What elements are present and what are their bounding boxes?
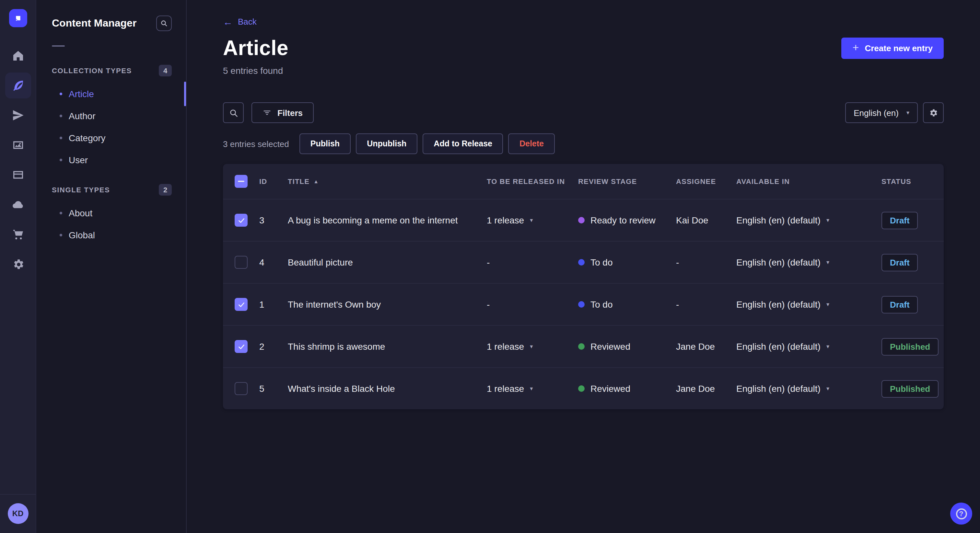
bullet-icon (60, 136, 62, 139)
avatar[interactable]: KD (8, 503, 28, 524)
sidebar-item-about[interactable]: About (36, 202, 186, 224)
chevron-down-icon[interactable]: ▾ (530, 385, 533, 392)
table-row[interactable]: 1The internet's Own boy-To do-English (e… (223, 283, 944, 325)
row-checkbox[interactable] (235, 214, 248, 227)
rail-item-settings-gear-icon[interactable] (5, 251, 31, 277)
row-checkbox[interactable] (235, 256, 248, 269)
unpublish-button[interactable]: Unpublish (356, 133, 417, 154)
cell-available-in: English (en) (default)▾ (736, 215, 881, 225)
back-link[interactable]: ← Back (223, 17, 257, 27)
help-question-icon: ? (956, 508, 967, 519)
cell-status: Published (881, 380, 944, 397)
rail-item-deploy-cloud-icon[interactable] (5, 192, 31, 217)
column-header-to-be-released-in[interactable]: TO BE RELEASED IN (487, 178, 578, 185)
locale-value: English (en) (default) (736, 257, 821, 268)
plus-icon: + (853, 41, 859, 54)
rail-item-content-type-builder-layout-icon[interactable] (5, 162, 31, 188)
cell-title: A bug is becoming a meme on the internet (288, 215, 487, 225)
cell-review-stage: Ready to review (578, 215, 676, 225)
row-checkbox[interactable] (235, 340, 248, 353)
create-new-entry-button[interactable]: + Create new entry (842, 38, 944, 59)
chevron-down-icon[interactable]: ▾ (826, 301, 829, 307)
stage-label: Ready to review (590, 215, 655, 225)
arrow-left-icon: ← (223, 17, 233, 27)
sidebar-item-category[interactable]: Category (36, 127, 186, 149)
cell-available-in: English (en) (default)▾ (736, 257, 881, 268)
rail-item-marketplace-cart-icon[interactable] (5, 222, 31, 247)
home-icon (11, 49, 24, 62)
view-settings-button[interactable] (923, 102, 944, 123)
delete-button[interactable]: Delete (509, 133, 555, 154)
cell-available-in: English (en) (default)▾ (736, 383, 881, 394)
chevron-down-icon[interactable]: ▾ (826, 259, 829, 265)
subnav-section-header: COLLECTION TYPES4 (36, 56, 186, 80)
column-label: TITLE (288, 178, 310, 185)
chevron-down-icon[interactable]: ▾ (826, 385, 829, 392)
column-header-available-in[interactable]: AVAILABLE IN (736, 178, 881, 185)
rail-item-releases-paper-plane-icon[interactable] (5, 102, 31, 128)
sidebar-item-article[interactable]: Article (36, 83, 186, 105)
publish-button[interactable]: Publish (299, 133, 351, 154)
column-header-title[interactable]: TITLE▲ (288, 178, 487, 185)
release-value: - (487, 257, 490, 268)
stage-dot-icon (578, 385, 585, 392)
stage-dot-icon (578, 301, 585, 308)
sidebar-item-label: About (69, 208, 92, 218)
sort-asc-icon: ▲ (313, 178, 319, 184)
locale-value: English (en) (default) (736, 299, 821, 309)
locale-select[interactable]: English (en) ▾ (845, 102, 918, 123)
release-value: 1 release (487, 215, 524, 225)
locale-value: English (en) (854, 108, 899, 117)
rail-item-media-library-images-icon[interactable] (5, 132, 31, 158)
table-row[interactable]: 3A bug is becoming a meme on the interne… (223, 199, 944, 241)
rail-item-home-icon[interactable] (5, 43, 31, 69)
stage-dot-icon (578, 217, 585, 224)
cell-id: 5 (259, 383, 288, 394)
table-header-row: IDTITLE▲TO BE RELEASED INREVIEW STAGEASS… (223, 164, 944, 199)
column-label: REVIEW STAGE (578, 178, 637, 185)
subnav-section-header: SINGLE TYPES2 (36, 175, 186, 200)
status-badge: Draft (881, 254, 918, 271)
column-header-status[interactable]: STATUS (881, 178, 944, 185)
cell-status: Draft (881, 296, 944, 313)
table-row[interactable]: 2This shrimp is awesome1 release▾Reviewe… (223, 325, 944, 367)
search-button[interactable] (223, 102, 244, 123)
row-checkbox[interactable] (235, 382, 248, 395)
section-count-badge: 2 (159, 184, 172, 195)
active-item-indicator (184, 82, 186, 106)
sidebar-item-author[interactable]: Author (36, 105, 186, 127)
rail-item-content-manager-feather-icon[interactable] (5, 73, 31, 98)
add-to-release-button[interactable]: Add to Release (423, 133, 503, 154)
status-badge: Draft (881, 296, 918, 313)
locale-value: English (en) (default) (736, 341, 821, 352)
status-badge: Published (881, 338, 939, 355)
table-row[interactable]: 4Beautiful picture-To do-English (en) (d… (223, 241, 944, 283)
chevron-down-icon[interactable]: ▾ (826, 217, 829, 223)
strapi-logo[interactable] (9, 9, 27, 27)
row-checkbox[interactable] (235, 298, 248, 311)
status-badge: Draft (881, 211, 918, 229)
stage-label: To do (590, 299, 613, 309)
sidebar-item-global[interactable]: Global (36, 224, 186, 246)
chevron-down-icon[interactable]: ▾ (530, 344, 533, 349)
content-type-builder-layout-icon (11, 168, 24, 181)
column-header-id[interactable]: ID (259, 178, 288, 185)
sidebar-item-label: Author (69, 111, 95, 121)
status-badge: Published (881, 380, 939, 397)
select-all-checkbox[interactable] (235, 175, 248, 188)
help-button[interactable]: ? (950, 503, 972, 525)
subnav-search-button[interactable] (156, 16, 172, 31)
chevron-down-icon[interactable]: ▾ (530, 217, 533, 223)
cell-review-stage: To do (578, 299, 676, 309)
column-header-review-stage[interactable]: REVIEW STAGE (578, 178, 676, 185)
cell-id: 4 (259, 257, 288, 268)
sidebar-item-user[interactable]: User (36, 149, 186, 171)
column-header-assignee[interactable]: ASSIGNEE (676, 178, 736, 185)
bullet-icon (60, 115, 62, 117)
chevron-down-icon[interactable]: ▾ (826, 344, 829, 349)
locale-value: English (en) (default) (736, 383, 821, 394)
filters-label: Filters (277, 108, 303, 117)
entries-table: IDTITLE▲TO BE RELEASED INREVIEW STAGEASS… (223, 164, 944, 409)
filters-button[interactable]: Filters (251, 102, 314, 123)
table-row[interactable]: 5What's inside a Black Hole1 release▾Rev… (223, 367, 944, 409)
